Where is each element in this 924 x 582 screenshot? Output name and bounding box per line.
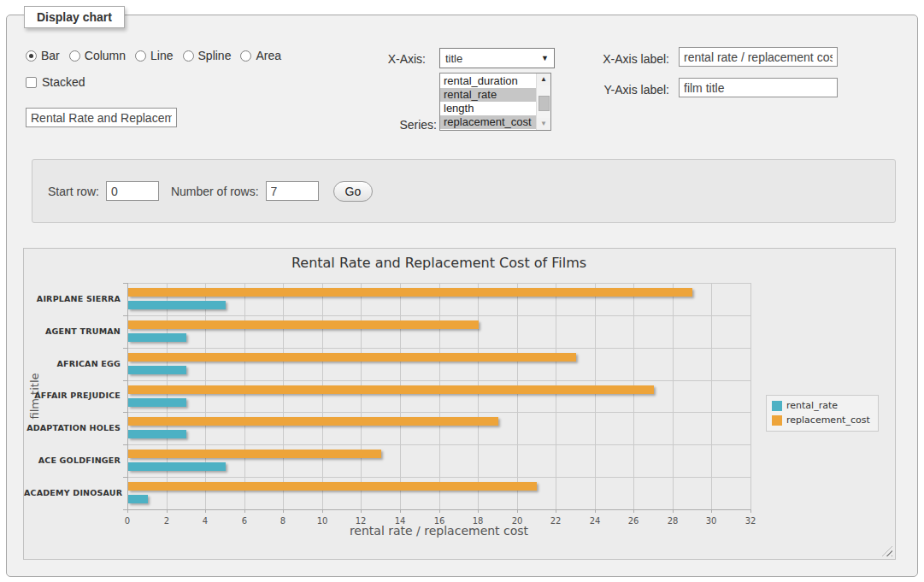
gridline	[127, 315, 750, 316]
y-axis-line	[127, 283, 128, 509]
x-tick-label: 6	[227, 516, 262, 526]
gridline	[595, 283, 596, 509]
x-tick-label: 26	[616, 516, 650, 526]
y-category-label: AFRICAN EGG	[24, 359, 121, 368]
chart-type-radio-group: BarColumnLineSplineArea	[26, 49, 281, 62]
gridline	[127, 380, 750, 381]
series-listbox-scrollbar[interactable]: ▲ ▼	[536, 73, 550, 130]
replacement_cost-bar[interactable]	[128, 417, 498, 426]
series-listbox[interactable]: rental_durationrental_ratelengthreplacem…	[439, 73, 551, 131]
gridline	[711, 283, 712, 509]
gridline	[400, 283, 401, 509]
replacement_cost-bar[interactable]	[128, 320, 479, 329]
rental_rate-bar[interactable]	[128, 430, 186, 438]
y-category-label: AGENT TRUMAN	[24, 326, 121, 336]
radio-icon	[183, 50, 194, 62]
x-axis-select-value: title	[445, 52, 462, 65]
scrollbar-thumb[interactable]	[539, 96, 550, 111]
y-category-label: ADAPTATION HOLES	[24, 423, 121, 432]
stacked-label: Stacked	[42, 75, 85, 89]
go-button[interactable]: Go	[333, 181, 374, 202]
chart-type-label: Area	[256, 49, 281, 62]
chart-type-label: Bar	[41, 49, 60, 62]
num-rows-input[interactable]	[266, 181, 319, 201]
chart-type-radio-bar[interactable]: Bar	[26, 49, 60, 62]
x-axis-select[interactable]: title ▼	[439, 48, 555, 68]
chart-type-radio-column[interactable]: Column	[69, 49, 126, 62]
radio-icon	[240, 50, 251, 62]
chart-type-radio-line[interactable]: Line	[135, 49, 173, 62]
gridline	[750, 283, 751, 509]
x-tick-label: 22	[539, 516, 573, 526]
x-axis-label-input[interactable]	[679, 47, 838, 67]
replacement_cost-bar[interactable]	[128, 450, 381, 458]
gridline	[127, 477, 750, 478]
y-category-label: ACADEMY DINOSAUR	[24, 488, 121, 497]
gridline	[478, 283, 479, 509]
chart-type-radio-spline[interactable]: Spline	[183, 49, 232, 62]
chart-title-input[interactable]	[26, 108, 177, 127]
chart-panel: Rental Rate and Replacement Cost of Film…	[23, 248, 896, 560]
legend-label: rental_rate	[786, 400, 838, 411]
gridline	[167, 283, 168, 509]
x-tick-label: 18	[461, 516, 495, 526]
x-tick-label: 16	[422, 516, 456, 526]
series-option-rental_duration[interactable]: rental_duration	[440, 74, 536, 88]
start-row-input[interactable]	[106, 181, 159, 201]
gridline	[283, 283, 284, 509]
gridline	[633, 283, 634, 509]
x-axis-title: rental rate / replacement cost	[127, 524, 750, 538]
resize-handle-icon[interactable]	[882, 546, 892, 556]
stacked-row: Stacked	[26, 75, 85, 89]
x-tick-label: 30	[694, 516, 728, 526]
gridline	[361, 283, 362, 509]
gridline	[127, 412, 750, 413]
gridline	[127, 444, 750, 445]
x-tick-label: 8	[266, 516, 300, 526]
x-tick-label: 0	[110, 516, 144, 526]
rental_rate-bar[interactable]	[128, 366, 186, 374]
chevron-down-icon: ▼	[541, 54, 549, 62]
replacement_cost-bar[interactable]	[128, 385, 654, 394]
rows-form-panel: Start row: Number of rows: Go	[32, 159, 896, 223]
replacement_cost-bar[interactable]	[128, 482, 537, 491]
gridline	[439, 283, 440, 509]
rental_rate-bar[interactable]	[128, 398, 186, 407]
y-axis-label-input[interactable]	[679, 78, 838, 97]
chart-type-radio-area[interactable]: Area	[240, 49, 281, 62]
rental_rate-bar[interactable]	[128, 301, 226, 309]
gridline	[127, 283, 750, 284]
rental_rate-bar[interactable]	[128, 495, 148, 503]
gridline	[127, 348, 750, 349]
gridline	[517, 283, 518, 509]
legend-item-replacement_cost[interactable]: replacement_cost	[772, 414, 870, 426]
chart-type-label: Column	[85, 49, 126, 62]
x-axis-label-field-label: X-Axis label:	[594, 52, 669, 66]
replacement_cost-bar[interactable]	[128, 353, 576, 362]
legend-swatch	[772, 415, 782, 426]
radio-icon	[69, 50, 80, 62]
radio-icon	[135, 50, 146, 62]
x-tick-label: 14	[383, 516, 417, 526]
x-tick-label: 24	[578, 516, 612, 526]
chart-legend: rental_ratereplacement_cost	[766, 395, 879, 432]
y-category-label: AIRPLANE SIERRA	[24, 294, 121, 303]
rental_rate-bar[interactable]	[128, 333, 186, 342]
replacement_cost-bar[interactable]	[128, 288, 692, 297]
series-option-replacement_cost[interactable]: replacement_cost	[440, 115, 536, 129]
scroll-up-icon[interactable]: ▲	[537, 73, 550, 85]
legend-item-rental_rate[interactable]: rental_rate	[772, 400, 870, 411]
chart-title: Rental Rate and Replacement Cost of Film…	[127, 255, 750, 271]
panel-title: Display chart	[24, 6, 125, 28]
rental_rate-bar[interactable]	[128, 462, 226, 471]
x-tick-label: 10	[305, 516, 339, 526]
num-rows-label: Number of rows:	[171, 185, 259, 198]
y-axis-label-field-label: Y-Axis label:	[594, 83, 669, 97]
series-option-rental_rate[interactable]: rental_rate	[440, 88, 536, 102]
scroll-down-icon[interactable]: ▼	[537, 118, 550, 130]
x-tick-label: 28	[656, 516, 690, 526]
gridline	[673, 283, 674, 509]
series-option-length[interactable]: length	[440, 102, 536, 115]
stacked-checkbox[interactable]	[26, 77, 37, 88]
series-options: rental_durationrental_ratelengthreplacem…	[440, 74, 536, 129]
